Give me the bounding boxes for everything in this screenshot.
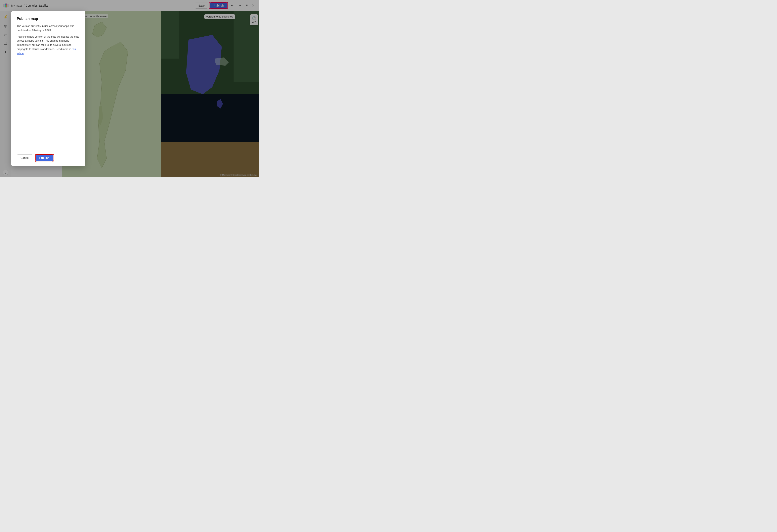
modal-overlay: Publish map The version currently in use…	[0, 0, 259, 177]
modal-text-1: The version currently in use across your…	[17, 24, 79, 32]
modal-text-2: Publishing new version of the map will u…	[17, 35, 79, 55]
modal-actions: Cancel Publish	[17, 154, 79, 161]
cancel-button[interactable]: Cancel	[17, 154, 33, 161]
publish-modal-button[interactable]: Publish	[35, 154, 53, 161]
publish-modal: Publish map The version currently in use…	[11, 11, 85, 166]
modal-title: Publish map	[17, 17, 79, 21]
